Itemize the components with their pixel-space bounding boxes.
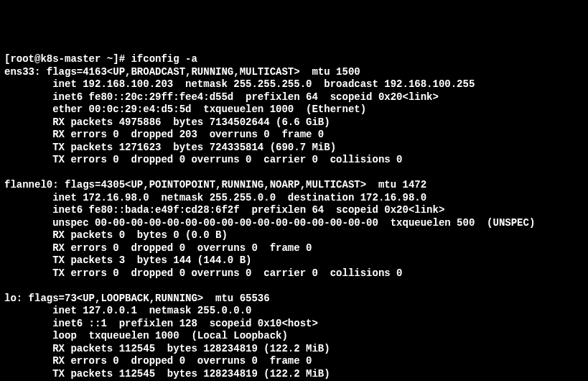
interface-list: ens33: flags=4163<UP,BROADCAST,RUNNING,M… bbox=[4, 66, 535, 382]
shell-prompt: [root@k8s-master ~]# bbox=[4, 53, 131, 65]
prompt-line: [root@k8s-master ~]# ifconfig -a bbox=[4, 53, 197, 65]
terminal-output: [root@k8s-master ~]# ifconfig -a ens33: … bbox=[4, 53, 584, 381]
command-text: ifconfig -a bbox=[131, 53, 197, 65]
